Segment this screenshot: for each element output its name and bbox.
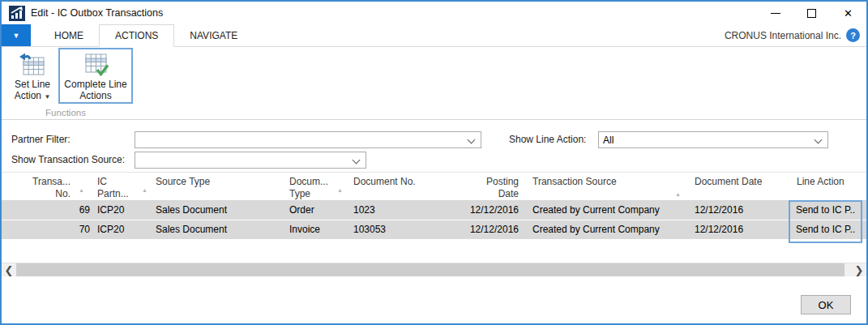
column-header-document-type[interactable]: Docum... Type ▲ bbox=[285, 173, 353, 200]
chart-app-icon bbox=[9, 6, 25, 21]
cell-document-date[interactable]: 12/12/2016 bbox=[689, 201, 792, 220]
help-icon[interactable]: ? bbox=[846, 28, 860, 42]
chevron-down-icon bbox=[353, 156, 361, 165]
set-line-action-grid-icon bbox=[18, 52, 47, 78]
company-name: CRONUS International Inc. bbox=[725, 30, 841, 41]
cell-posting-date[interactable]: 12/12/2016 bbox=[464, 220, 527, 239]
cell-transaction-source[interactable]: Created by Current Company bbox=[527, 201, 689, 220]
ribbon: Set Line Action ▼ Complete Line Actions bbox=[2, 47, 866, 120]
minimize-button[interactable] bbox=[757, 2, 793, 24]
cell-source-type[interactable]: Sales Document bbox=[154, 220, 285, 239]
show-transaction-source-combobox[interactable] bbox=[135, 152, 366, 169]
ribbon-tab-row: ▼ HOME ACTIONS NAVIGATE CRONUS Internati… bbox=[2, 24, 866, 47]
partner-filter-combobox[interactable] bbox=[135, 131, 481, 148]
scrollbar-thumb[interactable] bbox=[16, 263, 844, 276]
close-button[interactable]: ✕ bbox=[830, 2, 866, 24]
ribbon-group-functions: Set Line Action ▼ Complete Line Actions bbox=[2, 47, 131, 119]
tab-home[interactable]: HOME bbox=[39, 24, 99, 46]
transactions-grid: Transa... No. ▲ IC Partn... ▲ Source Typ… bbox=[2, 172, 866, 276]
cell-document-no[interactable]: 1023 bbox=[353, 201, 464, 220]
cell-document-type[interactable]: Order bbox=[285, 201, 353, 220]
cell-document-date[interactable]: 12/12/2016 bbox=[689, 220, 792, 239]
sort-ascending-icon: ▲ bbox=[79, 184, 84, 196]
maximize-button[interactable] bbox=[793, 2, 830, 24]
cell-ic-partner[interactable]: ICP20 bbox=[95, 220, 154, 239]
sort-ascending-icon: ▲ bbox=[337, 184, 343, 196]
sort-ascending-icon: ▲ bbox=[675, 188, 681, 200]
cell-line-action[interactable]: Send to IC P.. bbox=[792, 220, 866, 239]
cell-ic-partner[interactable]: ICP20 bbox=[95, 201, 154, 220]
scroll-right-icon[interactable]: ❯ bbox=[852, 263, 866, 276]
set-line-action-button[interactable]: Set Line Action ▼ bbox=[6, 48, 58, 105]
tab-actions[interactable]: ACTIONS bbox=[99, 24, 174, 47]
complete-line-actions-label: Complete Line Actions bbox=[61, 79, 130, 101]
close-icon: ✕ bbox=[844, 8, 853, 19]
column-header-line-action[interactable]: Line Action bbox=[792, 173, 866, 200]
show-line-action-combobox[interactable]: All bbox=[598, 131, 828, 148]
chevron-down-icon bbox=[815, 136, 823, 144]
scroll-left-icon[interactable]: ❮ bbox=[2, 263, 16, 276]
footer: OK bbox=[2, 276, 866, 323]
dropdown-caret-icon: ▼ bbox=[44, 93, 50, 100]
table-row[interactable]: 70 ICP20 Sales Document Invoice 103053 1… bbox=[2, 220, 866, 239]
chevron-down-icon bbox=[468, 136, 476, 144]
ic-outbox-transactions-window: Edit - IC Outbox Transactions ✕ ▼ HOME A… bbox=[0, 0, 868, 325]
tab-navigate[interactable]: NAVIGATE bbox=[174, 24, 253, 46]
cell-source-type[interactable]: Sales Document bbox=[154, 201, 285, 220]
show-line-action-value: All bbox=[603, 135, 614, 146]
set-line-action-label: Set Line Action ▼ bbox=[9, 79, 56, 103]
column-header-document-date[interactable]: Document Date bbox=[689, 173, 792, 200]
column-header-transaction-no[interactable]: Transa... No. ▲ bbox=[2, 173, 95, 200]
cell-transaction-no[interactable]: 69 bbox=[2, 201, 95, 220]
partner-filter-label: Partner Filter: bbox=[11, 134, 71, 145]
column-header-transaction-source[interactable]: Transaction Source ▲ bbox=[527, 173, 689, 200]
cell-line-action[interactable]: Send to IC P.. bbox=[792, 201, 866, 220]
cell-transaction-no[interactable]: 70 bbox=[2, 220, 95, 239]
app-menu-caret-icon: ▼ bbox=[13, 32, 20, 40]
cell-document-type[interactable]: Invoice bbox=[285, 220, 353, 239]
cell-transaction-source[interactable]: Created by Current Company bbox=[527, 220, 689, 239]
table-row[interactable]: 69 ICP20 Sales Document Order 1023 12/12… bbox=[2, 201, 866, 220]
window-title: Edit - IC Outbox Transactions bbox=[31, 7, 163, 19]
column-header-source-type[interactable]: Source Type bbox=[154, 173, 285, 200]
column-header-document-no[interactable]: Document No. bbox=[353, 173, 464, 200]
column-header-posting-date[interactable]: Posting Date bbox=[464, 173, 527, 200]
ribbon-group-label: Functions bbox=[2, 108, 130, 118]
ok-button[interactable]: OK bbox=[801, 295, 851, 314]
filter-bar: Partner Filter: Show Line Action: All Sh… bbox=[2, 120, 866, 172]
horizontal-scrollbar[interactable]: ❮ ❯ bbox=[2, 263, 866, 276]
show-line-action-label: Show Line Action: bbox=[509, 134, 586, 145]
sort-ascending-icon: ▲ bbox=[142, 184, 148, 196]
show-transaction-source-label: Show Transaction Source: bbox=[11, 154, 125, 165]
column-header-ic-partner[interactable]: IC Partn... ▲ bbox=[95, 173, 154, 200]
title-bar: Edit - IC Outbox Transactions ✕ bbox=[2, 2, 866, 24]
minimize-icon bbox=[771, 13, 780, 14]
maximize-icon bbox=[807, 9, 816, 18]
cell-posting-date[interactable]: 12/12/2016 bbox=[464, 201, 527, 220]
complete-line-actions-grid-icon bbox=[81, 52, 110, 78]
complete-line-actions-button[interactable]: Complete Line Actions bbox=[58, 48, 133, 104]
cell-document-no[interactable]: 103053 bbox=[353, 220, 464, 239]
application-menu-button[interactable]: ▼ bbox=[2, 24, 31, 46]
grid-header-row: Transa... No. ▲ IC Partn... ▲ Source Typ… bbox=[2, 173, 866, 201]
